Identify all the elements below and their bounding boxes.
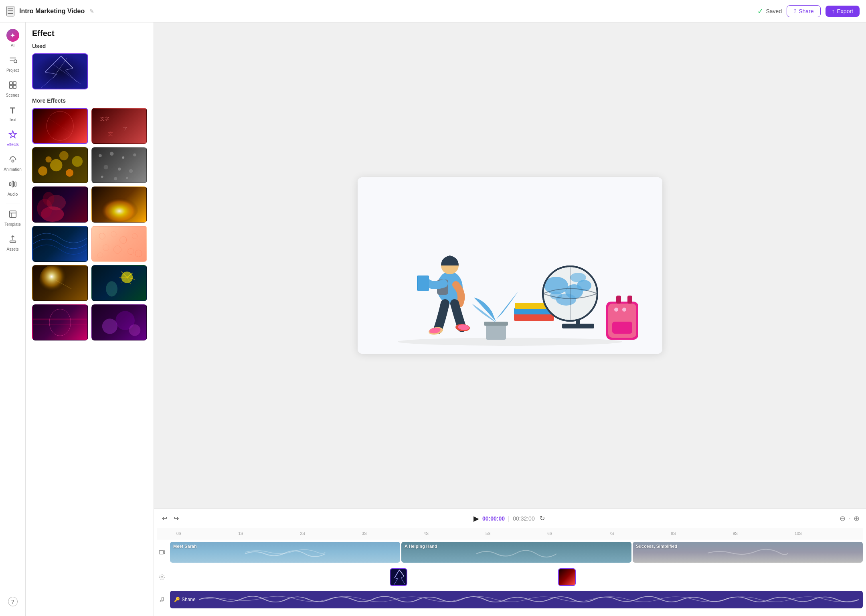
svg-point-31 xyxy=(50,159,63,172)
video-segment-2[interactable]: Success, Simplified xyxy=(633,542,863,563)
effect-overlay-10 xyxy=(33,305,87,340)
sidebar-item-ai-label: AI xyxy=(11,43,14,48)
project-icon xyxy=(8,56,17,67)
svg-rect-4 xyxy=(9,82,12,85)
sidebar-item-animation[interactable]: Animation xyxy=(2,152,24,175)
sidebar-item-audio-label: Audio xyxy=(8,192,18,197)
svg-point-35 xyxy=(59,151,69,160)
loop-button[interactable]: ↻ xyxy=(538,513,546,524)
more-effects-grid: 文字 字 文 xyxy=(32,108,147,340)
more-effect-7[interactable] xyxy=(91,226,148,262)
more-effect-11[interactable] xyxy=(91,304,148,340)
redo-button[interactable]: ↪ xyxy=(172,513,180,524)
svg-point-33 xyxy=(72,156,83,167)
zoom-in-button[interactable]: ⊕ xyxy=(854,514,860,523)
timeline[interactable]: 0S 1S 2S 3S 4S 5S 6S 7S 8S 9S 10S xyxy=(154,528,866,616)
svg-point-8 xyxy=(12,160,14,162)
page-title: Intro Marketing Video xyxy=(19,8,85,15)
canvas-frame xyxy=(358,177,662,354)
svg-point-50 xyxy=(100,195,138,222)
video-segment-1[interactable]: A Helping Hand xyxy=(401,542,631,563)
sidebar-item-scenes-label: Scenes xyxy=(6,93,19,97)
sidebar-item-ai[interactable]: ✦ AI xyxy=(2,26,24,51)
ruler-5: 5S xyxy=(486,531,547,536)
effect-clip-redface[interactable] xyxy=(558,568,576,586)
svg-point-39 xyxy=(133,153,136,156)
total-time: 00:32:00 xyxy=(513,515,535,522)
undo-button[interactable]: ↩ xyxy=(160,513,169,524)
svg-point-75 xyxy=(129,324,140,336)
segment-2-label: Success, Simplified xyxy=(636,544,677,549)
video-segment-0[interactable]: Meet Sarah xyxy=(170,542,400,563)
effect-overlay-7 xyxy=(92,227,147,261)
share-icon: ⤴ xyxy=(793,8,796,14)
edit-title-icon[interactable]: ✎ xyxy=(89,8,94,14)
ruler-2: 2S xyxy=(300,531,362,536)
zoom-out-button[interactable]: ⊖ xyxy=(840,514,846,523)
effect-track-icon xyxy=(157,574,167,580)
sidebar-item-scenes[interactable]: Scenes xyxy=(2,77,24,101)
segment-0-label: Meet Sarah xyxy=(173,544,197,549)
sidebar-item-help[interactable]: ? xyxy=(2,594,24,610)
svg-point-53 xyxy=(119,237,126,243)
sidebar-item-audio[interactable]: Audio xyxy=(2,176,24,200)
more-effect-3[interactable] xyxy=(91,147,148,183)
timeline-controls: ↩ ↪ ▶ 00:00:00 | 00:32:00 ↻ ⊖ - ⊕ xyxy=(154,509,866,528)
effect-overlay-9 xyxy=(92,266,147,300)
more-effect-0[interactable] xyxy=(32,108,88,144)
more-effect-2[interactable] xyxy=(32,147,88,183)
svg-line-3 xyxy=(16,63,17,63)
svg-point-60 xyxy=(39,266,70,295)
play-button[interactable]: ▶ xyxy=(473,514,479,523)
main-illustration xyxy=(370,185,650,346)
sidebar-item-project[interactable]: Project xyxy=(2,53,24,76)
sidebar-item-template[interactable]: Template xyxy=(2,207,24,230)
svg-point-30 xyxy=(38,166,47,176)
svg-point-91 xyxy=(550,292,562,300)
effect-overlay-2 xyxy=(33,148,87,182)
svg-rect-11 xyxy=(14,182,16,186)
zoom-dash: - xyxy=(849,515,850,521)
main-area: ✦ AI Project Scenes T Text E xyxy=(0,22,866,616)
svg-point-43 xyxy=(101,176,103,178)
svg-point-36 xyxy=(99,154,102,157)
used-effects-grid xyxy=(32,53,147,89)
svg-rect-6 xyxy=(9,85,12,88)
svg-point-42 xyxy=(129,169,133,173)
more-effect-4[interactable] xyxy=(32,186,88,223)
more-effect-6[interactable] xyxy=(32,226,88,262)
svg-point-37 xyxy=(109,152,113,156)
svg-point-112 xyxy=(160,575,164,580)
more-effect-8[interactable] xyxy=(32,265,88,301)
audio-track[interactable]: 🔑 Shane xyxy=(170,591,863,608)
effect-clip-lightning-svg xyxy=(391,569,407,586)
export-button[interactable]: ↑ Export xyxy=(826,6,860,17)
svg-rect-15 xyxy=(10,241,16,243)
sidebar-item-text[interactable]: T Text xyxy=(2,102,24,125)
used-effect-lightning[interactable] xyxy=(32,53,88,89)
svg-point-121 xyxy=(162,600,164,601)
timeline-inner: 0S 1S 2S 3S 4S 5S 6S 7S 8S 9S 10S xyxy=(154,528,866,610)
svg-text:文字: 文字 xyxy=(100,116,109,121)
more-effect-10[interactable] xyxy=(32,304,88,340)
sidebar-item-assets[interactable]: Assets xyxy=(2,231,24,255)
more-effect-5[interactable] xyxy=(91,186,148,223)
sidebar-item-effects[interactable]: Effects xyxy=(2,127,24,150)
svg-point-45 xyxy=(125,177,128,179)
ruler-9: 9S xyxy=(733,531,795,536)
audio-track-row: 🔑 Shane xyxy=(157,589,863,610)
svg-point-107 xyxy=(622,308,626,312)
svg-point-32 xyxy=(66,169,73,177)
share-button[interactable]: ⤴ Share xyxy=(787,5,820,17)
more-effect-9[interactable] xyxy=(91,265,148,301)
sidebar-divider xyxy=(6,203,20,203)
svg-point-54 xyxy=(132,233,137,239)
effect-clip-lightning[interactable] xyxy=(390,568,407,586)
more-effect-1[interactable]: 文字 字 文 xyxy=(91,108,148,144)
lightning-svg xyxy=(33,54,88,89)
svg-rect-71 xyxy=(33,318,87,320)
effect-clips-area xyxy=(170,567,863,588)
menu-button[interactable]: ☰ xyxy=(6,6,14,16)
saved-label: Saved xyxy=(766,8,782,14)
svg-point-70 xyxy=(49,309,71,336)
